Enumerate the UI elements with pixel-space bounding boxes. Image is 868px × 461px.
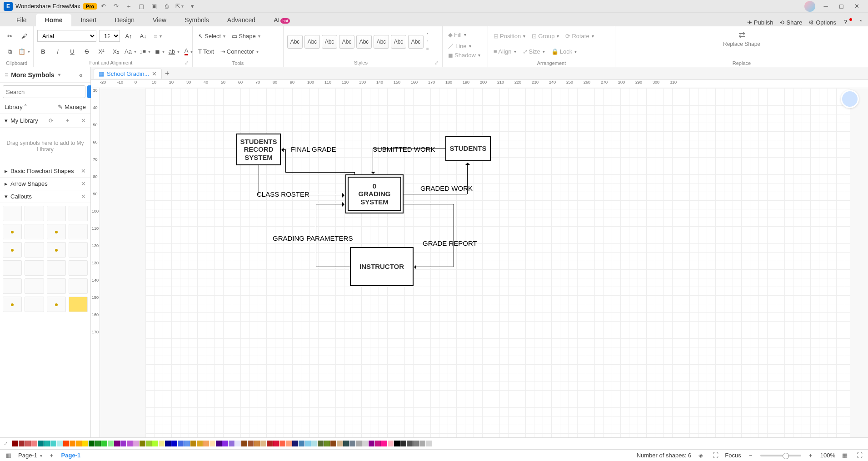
color-swatch[interactable] xyxy=(114,441,120,446)
italic-icon[interactable]: I xyxy=(52,45,64,57)
group-button[interactable]: ⊡ Group▾ xyxy=(530,30,561,42)
color-swatch[interactable] xyxy=(184,441,190,446)
color-swatch[interactable] xyxy=(50,441,56,446)
shape-thumb[interactable] xyxy=(47,242,66,258)
sidebar-collapse-icon[interactable]: « xyxy=(76,71,86,79)
zoom-out-icon[interactable]: − xyxy=(746,452,756,459)
zoom-slider[interactable] xyxy=(760,455,801,456)
help-icon[interactable]: ？ xyxy=(843,18,853,26)
page-panel-icon[interactable]: ▥ xyxy=(4,452,14,459)
shape-thumb[interactable] xyxy=(47,260,66,276)
color-swatch[interactable] xyxy=(394,441,400,446)
tab-advanced[interactable]: Advanced xyxy=(218,14,264,26)
color-swatch[interactable] xyxy=(197,441,203,446)
shape-thumb[interactable] xyxy=(3,224,22,239)
color-swatch[interactable] xyxy=(120,441,126,446)
shape-thumb[interactable] xyxy=(47,206,66,221)
add-tab-button[interactable]: ＋ xyxy=(162,69,173,78)
color-swatch[interactable] xyxy=(108,441,114,446)
style-preset-6[interactable]: Abc xyxy=(374,35,389,49)
shape-thumb[interactable] xyxy=(69,242,88,258)
color-swatch[interactable] xyxy=(324,441,330,446)
share-button[interactable]: ⟲ Share xyxy=(779,19,802,26)
color-swatch[interactable] xyxy=(432,441,438,446)
shape-thumb[interactable] xyxy=(69,297,88,312)
undo-icon[interactable]: ↶ xyxy=(97,1,110,12)
cut-icon[interactable]: ✂ xyxy=(4,30,15,42)
color-swatch[interactable] xyxy=(369,441,374,446)
color-swatch[interactable] xyxy=(330,441,336,446)
zoom-in-icon[interactable]: ＋ xyxy=(806,451,816,460)
style-preset-3[interactable]: Abc xyxy=(322,35,337,49)
highlight-icon[interactable]: ab▾ xyxy=(168,45,180,57)
style-preset-4[interactable]: Abc xyxy=(339,35,354,49)
layers-icon[interactable]: ◈ xyxy=(696,452,706,459)
color-swatch[interactable] xyxy=(305,441,311,446)
shape-thumb[interactable] xyxy=(25,260,44,276)
mylib-refresh-icon[interactable]: ⟳ xyxy=(49,117,54,124)
color-swatch[interactable] xyxy=(419,441,425,446)
color-swatch[interactable] xyxy=(44,441,50,446)
color-swatch[interactable] xyxy=(38,441,44,446)
styles-scroll-down-icon[interactable]: ˅ xyxy=(426,40,429,45)
canvas[interactable]: STUDENTS RECORD SYSTEM STUDENTS 0 GRADIN… xyxy=(145,88,850,437)
add-page-icon[interactable]: ＋ xyxy=(47,451,57,460)
color-swatch[interactable] xyxy=(12,441,18,446)
export-icon[interactable]: ⇱▾ xyxy=(173,1,186,12)
shape-thumb[interactable] xyxy=(25,297,44,312)
color-swatch[interactable] xyxy=(254,441,260,446)
color-swatch[interactable] xyxy=(407,441,413,446)
color-swatch[interactable] xyxy=(152,441,158,446)
shape-thumb[interactable] xyxy=(3,260,22,276)
align-button[interactable]: ≡ Align▾ xyxy=(492,46,518,58)
align-para-icon[interactable]: ≡▾ xyxy=(152,30,164,42)
color-swatch[interactable] xyxy=(146,441,152,446)
lock-button[interactable]: 🔒 Lock▾ xyxy=(549,46,579,58)
window-maximize-icon[interactable]: ◻ xyxy=(833,1,849,12)
color-swatch[interactable] xyxy=(381,441,387,446)
color-swatch[interactable] xyxy=(57,441,63,446)
text-tool-button[interactable]: T Text xyxy=(196,46,216,58)
format-painter-icon[interactable]: 🖌 xyxy=(18,30,30,42)
manage-library-link[interactable]: ✎ Manage xyxy=(58,104,86,110)
color-swatch[interactable] xyxy=(216,441,222,446)
new-icon[interactable]: ＋ xyxy=(122,1,135,12)
eyedropper-icon[interactable]: ⟋ xyxy=(3,440,12,447)
page-selector[interactable]: Page-1 ▾ xyxy=(18,452,42,459)
page-tab[interactable]: Page-1 xyxy=(61,452,81,459)
save-icon[interactable]: ▣ xyxy=(148,1,160,12)
focus-icon[interactable]: ⛶ xyxy=(710,452,720,459)
shape-tool-button[interactable]: ▭ Shape▾ xyxy=(230,30,262,42)
size-button[interactable]: ⤢ Size▾ xyxy=(521,46,547,58)
color-swatch[interactable] xyxy=(31,441,37,446)
style-preset-8[interactable]: Abc xyxy=(408,35,424,49)
color-swatch[interactable] xyxy=(260,441,266,446)
fullscreen-icon[interactable]: ⛶ xyxy=(854,452,864,459)
decrease-font-icon[interactable]: A↓ xyxy=(137,30,149,42)
section-close-icon[interactable]: ✕ xyxy=(81,180,86,187)
color-swatch[interactable] xyxy=(178,441,184,446)
shape-students-record-system[interactable]: STUDENTS RECORD SYSTEM xyxy=(236,134,281,165)
qat-more-icon[interactable]: ▾ xyxy=(186,1,199,12)
color-swatch[interactable] xyxy=(235,441,241,446)
tab-design[interactable]: Design xyxy=(105,14,144,26)
color-swatch[interactable] xyxy=(101,441,107,446)
mylib-dropzone[interactable]: Drag symbols here to add to My Library xyxy=(3,130,88,162)
color-swatch[interactable] xyxy=(171,441,177,446)
color-swatch[interactable] xyxy=(343,441,349,446)
styles-expand-icon[interactable]: ≡ xyxy=(426,46,429,51)
tab-file[interactable]: File xyxy=(7,14,36,26)
tab-view[interactable]: View xyxy=(144,14,175,26)
shape-thumb[interactable] xyxy=(69,278,88,294)
color-swatch[interactable] xyxy=(19,441,25,446)
shape-thumb[interactable] xyxy=(3,206,22,221)
color-swatch[interactable] xyxy=(273,441,279,446)
section-basic-flowchart[interactable]: ▸ Basic Flowchart Shapes✕ xyxy=(0,165,90,178)
color-swatch[interactable] xyxy=(159,441,165,446)
library-label[interactable]: Library ˄ xyxy=(5,104,27,110)
color-swatch[interactable] xyxy=(318,441,324,446)
shape-students[interactable]: STUDENTS xyxy=(445,136,491,161)
section-my-library[interactable]: ▾ My Library ⟳ ＋ ✕ xyxy=(0,114,90,128)
window-close-icon[interactable]: ✕ xyxy=(849,1,864,12)
color-swatch[interactable] xyxy=(311,441,317,446)
